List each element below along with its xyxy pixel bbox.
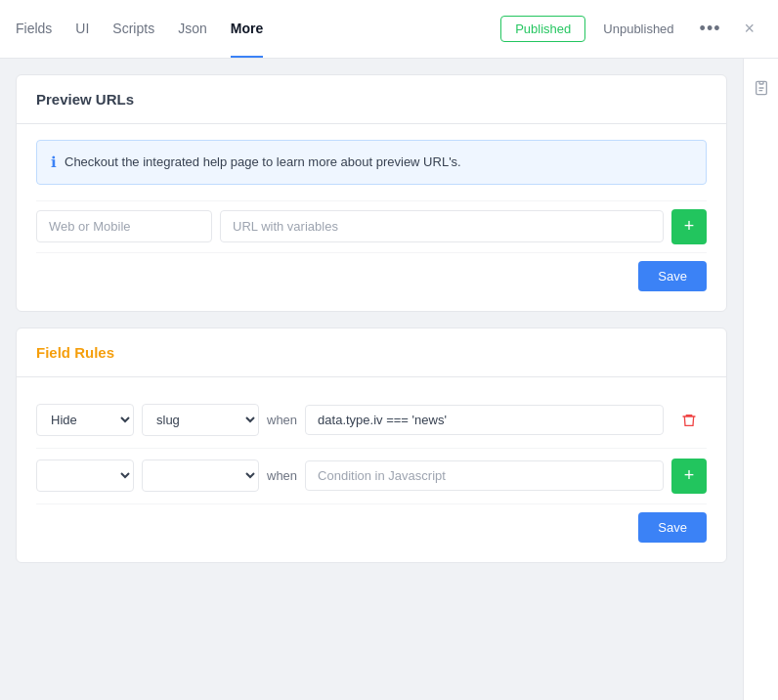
rule-field-select[interactable]: slug title body tags (142, 404, 259, 436)
info-banner: ℹ Checkout the integrated help page to l… (36, 140, 707, 185)
field-rules-save-row: Save (36, 503, 707, 547)
field-rules-save-button[interactable]: Save (638, 512, 707, 543)
nav-bar: Fields UI Scripts Json More Published Un… (0, 0, 778, 59)
condition-input-existing[interactable] (305, 405, 664, 435)
nav-tabs: Fields UI Scripts Json More (16, 1, 500, 58)
main-content: Preview URLs ℹ Checkout the integrated h… (0, 59, 778, 700)
tab-json[interactable]: Json (178, 1, 207, 58)
field-rules-header: Field Rules (17, 328, 726, 377)
rule-action-select[interactable]: Hide Show Require Disable (36, 404, 134, 436)
sidebar-clipboard-icon[interactable] (748, 74, 775, 102)
rule-row-new: Hide Show Require Disable slug title bod… (36, 448, 707, 503)
preview-urls-card: Preview URLs ℹ Checkout the integrated h… (16, 74, 727, 312)
close-button[interactable]: × (736, 15, 762, 43)
preview-urls-header: Preview URLs (17, 75, 726, 124)
tab-more[interactable]: More (231, 1, 263, 58)
tab-ui[interactable]: UI (75, 1, 89, 58)
info-text: Checkout the integrated help page to lea… (65, 153, 461, 172)
unpublished-button[interactable]: Unpublished (593, 17, 683, 41)
nav-right: Published Unpublished ••• × (500, 15, 762, 43)
url-input-row: + (36, 200, 707, 252)
web-mobile-input[interactable] (36, 210, 212, 242)
svg-rect-0 (759, 81, 763, 84)
url-variables-input[interactable] (220, 210, 664, 242)
when-label-2: when (267, 468, 297, 483)
delete-rule-button[interactable] (671, 403, 707, 438)
field-rules-title: Field Rules (36, 344, 114, 361)
published-button[interactable]: Published (500, 16, 585, 42)
field-rules-body: Hide Show Require Disable slug title bod… (17, 377, 726, 562)
add-url-button[interactable]: + (671, 209, 707, 244)
more-options-button[interactable]: ••• (692, 15, 729, 43)
content-area: Preview URLs ℹ Checkout the integrated h… (0, 59, 743, 700)
when-label-1: when (267, 413, 297, 427)
preview-urls-save-row: Save (36, 252, 707, 295)
condition-input-new[interactable] (305, 460, 664, 491)
rule-row-existing: Hide Show Require Disable slug title bod… (36, 393, 707, 448)
preview-urls-title: Preview URLs (36, 91, 134, 108)
tab-fields[interactable]: Fields (16, 1, 52, 58)
field-rules-card: Field Rules Hide Show Require Disable sl… (16, 328, 727, 563)
info-icon: ℹ (51, 153, 57, 171)
new-rule-action-select[interactable]: Hide Show Require Disable (36, 459, 134, 492)
right-sidebar (743, 59, 778, 700)
preview-urls-save-button[interactable]: Save (638, 261, 707, 291)
add-rule-button[interactable]: + (671, 459, 707, 494)
tab-scripts[interactable]: Scripts (112, 1, 154, 58)
trash-icon (681, 413, 697, 428)
preview-urls-body: ℹ Checkout the integrated help page to l… (17, 124, 726, 311)
new-rule-field-select[interactable]: slug title body tags (142, 459, 259, 492)
